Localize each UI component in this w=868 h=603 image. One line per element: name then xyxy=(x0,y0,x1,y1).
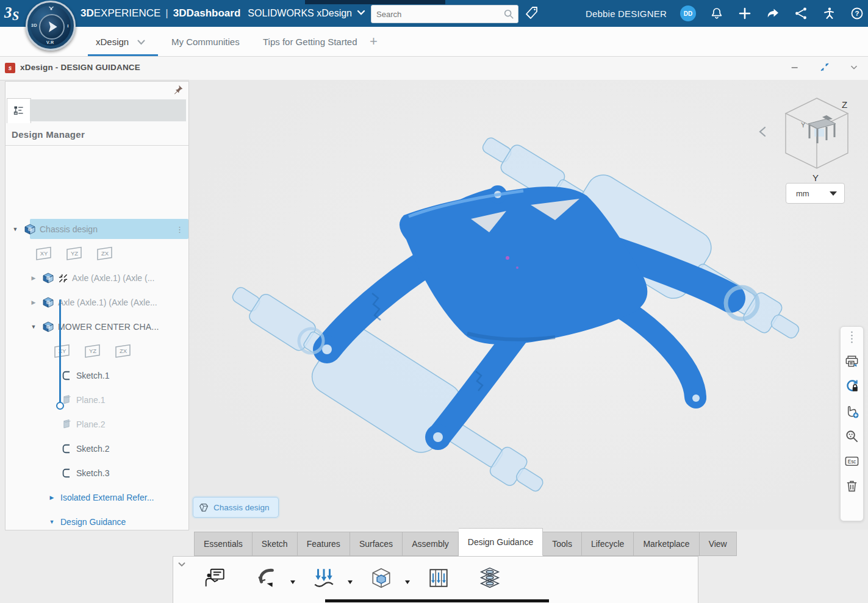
units-dropdown[interactable]: mm xyxy=(786,183,845,204)
clamp-button[interactable] xyxy=(255,566,278,590)
ribbon-tab-surfaces[interactable]: Surfaces xyxy=(350,532,403,556)
load-case-button[interactable] xyxy=(427,566,450,590)
tree-item-axle-axle-1-axle-axle[interactable]: ▶Axle (Axle.1) (Axle (Axle... xyxy=(5,290,189,315)
tab-design-manager[interactable] xyxy=(7,98,31,123)
expander-down-icon[interactable]: ▼ xyxy=(12,226,19,232)
user-area: Debbie DESIGNER DD ? xyxy=(586,0,864,27)
viewcube-panel-chevron-icon[interactable] xyxy=(758,126,767,137)
dashboard-tab-tips-for-getting-started[interactable]: Tips for Getting Started xyxy=(263,27,357,56)
notifications-icon[interactable] xyxy=(709,6,724,21)
video-overlay-strip xyxy=(305,0,445,4)
tag-icon[interactable] xyxy=(525,5,539,21)
ribbon-tab-features[interactable]: Features xyxy=(298,532,350,556)
pin-panel-icon[interactable] xyxy=(173,84,184,95)
ribbon-tab-design-guidance[interactable]: Design Guidance xyxy=(459,528,543,556)
history-timeline[interactable] xyxy=(59,299,61,405)
tab-label: xDesign xyxy=(96,37,129,47)
app-switcher-label[interactable]: SOLIDWORKS xDesign xyxy=(248,8,352,18)
3d-model-chassis[interactable] xyxy=(189,80,868,530)
tree-reference-planes[interactable]: XYYZZX xyxy=(5,339,189,363)
tree-item-plane-2[interactable]: Plane.2 xyxy=(5,412,189,437)
tree-item-isolated-external-refer[interactable]: ▶Isolated External Refer... xyxy=(5,485,189,510)
dashboard-tab-my-communities[interactable]: My Communities xyxy=(171,27,240,56)
plane-yz-icon[interactable]: YZ xyxy=(81,343,103,359)
3dexperience-compass[interactable]: 3D V.R i xyxy=(26,1,76,51)
widget-controls xyxy=(790,62,859,73)
escape-key-button[interactable]: Esc xyxy=(844,454,859,469)
distributed-force-button[interactable] xyxy=(312,566,335,590)
avatar[interactable]: DD xyxy=(680,5,696,21)
xdesign-app-icon: s xyxy=(5,63,15,73)
community-icon[interactable] xyxy=(822,6,836,21)
search-icon[interactable] xyxy=(503,9,514,20)
app-switcher-chevron-icon[interactable] xyxy=(357,7,365,19)
ribbon-tab-view[interactable]: View xyxy=(700,532,737,556)
ribbon-tab-sketch[interactable]: Sketch xyxy=(253,532,298,556)
clamp-dropdown-caret-icon[interactable] xyxy=(290,580,295,584)
delete-button[interactable] xyxy=(844,479,859,494)
restore-size-icon[interactable] xyxy=(819,62,830,73)
update-rotate-lock-button[interactable] xyxy=(844,379,859,394)
tree-item-design-guidance[interactable]: ▼Design Guidance xyxy=(5,510,189,530)
global-search[interactable] xyxy=(371,5,518,23)
dashboard-tab-xdesign[interactable]: xDesign xyxy=(96,27,145,56)
component-icon xyxy=(24,223,36,235)
rollback-marker[interactable] xyxy=(56,402,64,410)
ribbon-tab-lifecycle[interactable]: Lifecycle xyxy=(582,532,634,556)
tree-item-sketch-2[interactable]: Sketch.2 xyxy=(5,437,189,461)
ribbon-tab-assembly[interactable]: Assembly xyxy=(403,532,459,556)
row-context-menu-icon[interactable]: ⋮ xyxy=(176,228,184,231)
axis-y-label[interactable]: Y xyxy=(812,173,819,183)
tree-item-label: Isolated External Refer... xyxy=(60,493,154,502)
expander-right-icon[interactable]: ▶ xyxy=(30,299,37,305)
axis-z-label[interactable]: Z xyxy=(842,99,847,110)
ribbon-tab-tools[interactable]: Tools xyxy=(543,532,582,556)
ribbon-tab-essentials[interactable]: Essentials xyxy=(194,532,253,556)
plane-zx-icon[interactable]: ZX xyxy=(112,343,134,359)
shape-study-button[interactable] xyxy=(478,566,501,590)
compass-play-button[interactable] xyxy=(39,14,65,40)
tree-item-sketch-3[interactable]: Sketch.3 xyxy=(5,461,189,485)
tree-item-plane-1[interactable]: Plane.1 xyxy=(5,388,189,412)
distributed-force-dropdown-caret-icon[interactable] xyxy=(348,580,353,584)
expander-right-icon[interactable]: ▶ xyxy=(48,494,56,501)
design-guidance-advisor-button[interactable] xyxy=(204,566,227,590)
minimize-icon[interactable] xyxy=(790,62,801,73)
share-forward-icon[interactable] xyxy=(766,6,780,21)
brand-dashboard[interactable]: 3DDashboard xyxy=(173,7,241,19)
active-component-chip[interactable]: Chassis design xyxy=(193,497,279,518)
tree-item-chassis-design[interactable]: ▼Chassis design⋮ xyxy=(5,217,189,241)
3d-viewport[interactable]: Chassis design Z Y Y mm xyxy=(189,80,868,530)
plane-xy-icon[interactable]: XY xyxy=(32,246,54,262)
view-cube[interactable]: Z Y Y xyxy=(781,92,853,184)
help-icon[interactable]: ? xyxy=(850,6,864,21)
snapshot-button[interactable] xyxy=(844,354,859,369)
ribbon-tab-marketplace[interactable]: Marketplace xyxy=(634,532,699,556)
tree-item-sketch-1[interactable]: Sketch.1 xyxy=(5,363,189,388)
search-input[interactable] xyxy=(371,10,503,19)
tree-item-axle-axle-1-axle[interactable]: ▶Axle (Axle.1) (Axle (... xyxy=(5,266,189,290)
manipulate-add-button[interactable] xyxy=(844,404,859,419)
drag-handle[interactable] xyxy=(844,330,859,344)
plane-zx-icon[interactable]: ZX xyxy=(93,246,115,262)
tree-reference-planes[interactable]: XYYZZX xyxy=(5,241,189,266)
expander-right-icon[interactable]: ▶ xyxy=(30,275,37,281)
expander-down-icon[interactable]: ▼ xyxy=(30,324,37,330)
tab-chevron-down-icon[interactable] xyxy=(137,37,145,47)
zoom-area-button[interactable] xyxy=(844,429,859,444)
expander-down-icon[interactable]: ▼ xyxy=(48,519,56,525)
user-name[interactable]: Debbie DESIGNER xyxy=(586,9,667,19)
plane-yz-icon[interactable]: YZ xyxy=(63,246,85,262)
add-dashboard-tab-button[interactable]: + xyxy=(370,27,378,56)
design-space-dropdown-caret-icon[interactable] xyxy=(405,580,410,584)
collapse-widget-chevron-icon[interactable] xyxy=(848,62,859,73)
share-network-icon[interactable] xyxy=(794,6,808,21)
collapse-toolbar-chevron-icon[interactable] xyxy=(177,559,187,569)
add-content-icon[interactable] xyxy=(737,6,752,21)
tree-item-mower-center-cha[interactable]: ▼MOWER CENTER CHA... xyxy=(5,315,189,339)
3ds-logo[interactable]: 3 S xyxy=(4,4,26,22)
units-value: mm xyxy=(796,189,830,198)
design-space-button[interactable] xyxy=(370,566,393,590)
plane-xy-icon[interactable]: XY xyxy=(51,343,73,359)
active-tab-underline xyxy=(88,54,158,56)
